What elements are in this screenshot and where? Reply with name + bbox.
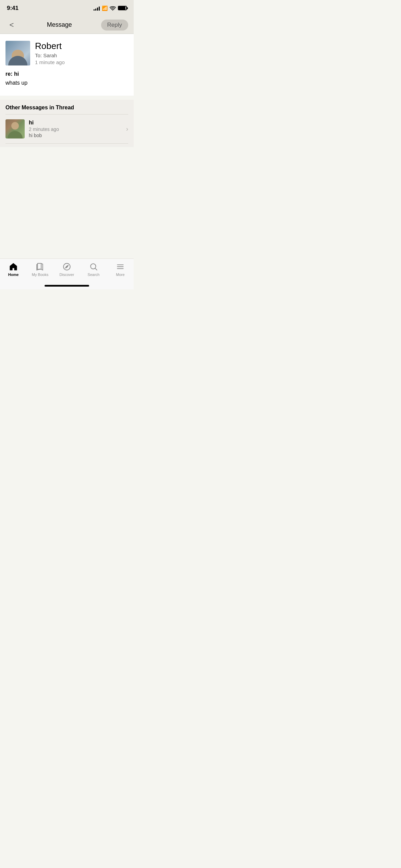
mybooks-icon bbox=[36, 262, 45, 271]
tab-mybooks-label: My Books bbox=[32, 273, 48, 277]
sender-avatar bbox=[5, 41, 30, 65]
tab-search[interactable]: Search bbox=[80, 262, 107, 277]
back-button[interactable]: < bbox=[5, 19, 18, 31]
battery-icon bbox=[118, 6, 127, 10]
signal-icon bbox=[94, 6, 100, 11]
discover-icon bbox=[62, 262, 71, 271]
nav-bar: < Message Reply bbox=[0, 16, 134, 34]
message-subject: re: hi bbox=[5, 71, 128, 77]
sarah-avatar-image bbox=[5, 119, 25, 138]
tab-more[interactable]: More bbox=[107, 262, 134, 277]
svg-rect-1 bbox=[37, 263, 41, 269]
tab-more-label: More bbox=[116, 273, 124, 277]
tab-discover-label: Discover bbox=[60, 273, 74, 277]
chevron-right-icon: › bbox=[126, 125, 128, 133]
home-indicator bbox=[45, 285, 89, 287]
more-icon bbox=[116, 262, 125, 271]
thread-subject: hi bbox=[29, 120, 122, 126]
thread-avatar bbox=[5, 119, 25, 138]
thread-item[interactable]: hi 2 minutes ago hi bob › bbox=[5, 114, 128, 143]
wifi-icon bbox=[110, 6, 116, 11]
tab-bar: Home My Books Discover Search More bbox=[0, 258, 134, 289]
tab-mybooks[interactable]: My Books bbox=[27, 262, 53, 277]
thread-preview: hi bob bbox=[29, 133, 122, 138]
status-time: 9:41 bbox=[7, 5, 19, 12]
robert-avatar-image bbox=[5, 41, 30, 65]
message-body: whats up bbox=[5, 80, 128, 86]
search-icon bbox=[89, 262, 98, 271]
sender-info: Robert To: Sarah 1 minute ago bbox=[35, 41, 128, 65]
tab-discover[interactable]: Discover bbox=[53, 262, 80, 277]
thread-item-content: hi 2 minutes ago hi bob bbox=[29, 120, 122, 138]
svg-line-4 bbox=[95, 268, 97, 270]
thread-section: Other Messages in Thread hi 2 minutes ag… bbox=[0, 100, 134, 147]
message-timestamp: 1 minute ago bbox=[35, 59, 128, 65]
nav-title: Message bbox=[47, 21, 72, 28]
reply-button[interactable]: Reply bbox=[101, 20, 128, 31]
thread-time: 2 minutes ago bbox=[29, 126, 122, 132]
thread-divider-bottom bbox=[5, 143, 128, 144]
home-icon bbox=[9, 262, 18, 271]
message-header: Robert To: Sarah 1 minute ago bbox=[5, 41, 128, 65]
message-content: Robert To: Sarah 1 minute ago re: hi wha… bbox=[0, 34, 134, 96]
svg-point-0 bbox=[112, 10, 113, 10]
recipient-label: To: Sarah bbox=[35, 52, 128, 58]
tab-home-label: Home bbox=[8, 273, 19, 277]
thread-section-title: Other Messages in Thread bbox=[5, 105, 128, 111]
sender-name: Robert bbox=[35, 41, 128, 51]
status-bar: 9:41 📶 bbox=[0, 0, 134, 16]
wifi-icon: 📶 bbox=[102, 5, 108, 11]
status-icons: 📶 bbox=[94, 5, 127, 11]
tab-search-label: Search bbox=[88, 273, 100, 277]
tab-home[interactable]: Home bbox=[0, 262, 27, 277]
